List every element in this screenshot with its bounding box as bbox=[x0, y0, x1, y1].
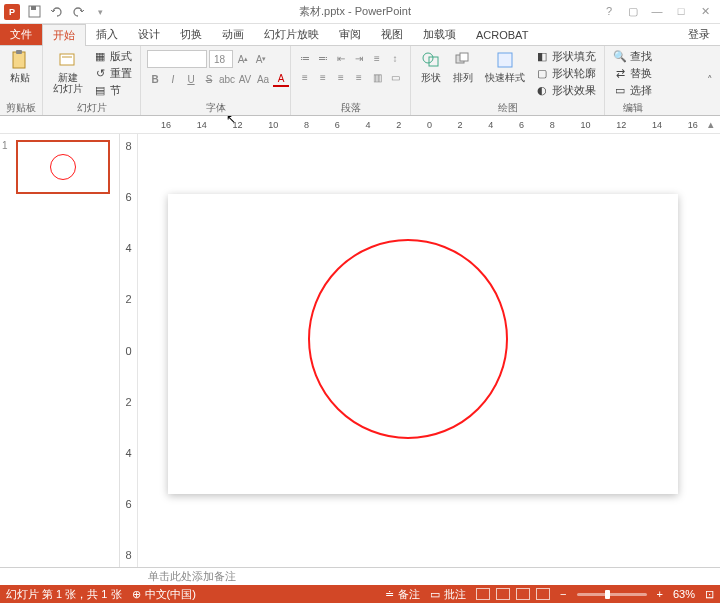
tab-transitions[interactable]: 切换 bbox=[170, 24, 212, 45]
normal-view-icon[interactable] bbox=[476, 588, 490, 600]
notes-pane[interactable]: 单击此处添加备注 bbox=[0, 567, 720, 585]
align-right-icon[interactable]: ≡ bbox=[333, 69, 349, 85]
text-direction-icon[interactable]: ↕ bbox=[387, 50, 403, 66]
tab-review[interactable]: 审阅 bbox=[329, 24, 371, 45]
zoom-out-icon[interactable]: − bbox=[560, 588, 566, 600]
status-comments-toggle[interactable]: ▭批注 bbox=[430, 587, 466, 602]
shapes-button[interactable]: 形状 bbox=[417, 48, 445, 85]
slide-1[interactable] bbox=[168, 194, 678, 494]
new-slide-button[interactable]: 新建 幻灯片 bbox=[49, 48, 87, 96]
arrange-button[interactable]: 排列 bbox=[449, 48, 477, 85]
quick-styles-button[interactable]: 快速样式 bbox=[481, 48, 529, 85]
collapse-ribbon-icon[interactable]: ˄ bbox=[700, 46, 720, 115]
window-controls: ? ▢ — □ ✕ bbox=[602, 5, 720, 18]
notes-placeholder: 单击此处添加备注 bbox=[148, 569, 236, 584]
shape-effects-button[interactable]: ◐形状效果 bbox=[533, 82, 598, 98]
svg-rect-1 bbox=[31, 6, 36, 10]
slideshow-view-icon[interactable] bbox=[536, 588, 550, 600]
bullets-icon[interactable]: ≔ bbox=[297, 50, 313, 66]
effects-icon: ◐ bbox=[535, 83, 549, 97]
font-size-select[interactable]: 18 bbox=[209, 50, 233, 68]
tab-view[interactable]: 视图 bbox=[371, 24, 413, 45]
tab-slideshow[interactable]: 幻灯片放映 bbox=[254, 24, 329, 45]
sorter-view-icon[interactable] bbox=[496, 588, 510, 600]
tab-acrobat[interactable]: ACROBAT bbox=[466, 24, 538, 45]
redo-icon[interactable] bbox=[70, 4, 86, 20]
char-spacing-button[interactable]: AV bbox=[237, 71, 253, 87]
help-icon[interactable]: ? bbox=[602, 5, 616, 18]
strike-button[interactable]: S bbox=[201, 71, 217, 87]
select-button[interactable]: ▭选择 bbox=[611, 82, 654, 98]
find-button[interactable]: 🔍查找 bbox=[611, 48, 654, 64]
tab-animations[interactable]: 动画 bbox=[212, 24, 254, 45]
circle-shape[interactable] bbox=[308, 239, 508, 439]
justify-icon[interactable]: ≡ bbox=[351, 69, 367, 85]
zoom-level[interactable]: 63% bbox=[673, 588, 695, 600]
reading-view-icon[interactable] bbox=[516, 588, 530, 600]
tab-home[interactable]: 开始 bbox=[42, 24, 86, 46]
italic-button[interactable]: I bbox=[165, 71, 181, 87]
outline-icon: ▢ bbox=[535, 66, 549, 80]
group-clipboard-label: 剪贴板 bbox=[6, 101, 36, 115]
qat-more-icon[interactable]: ▾ bbox=[92, 4, 108, 20]
shape-fill-button[interactable]: ◧形状填充 bbox=[533, 48, 598, 64]
underline-button[interactable]: U bbox=[183, 71, 199, 87]
paste-icon bbox=[10, 50, 30, 70]
svg-rect-3 bbox=[16, 50, 22, 54]
bold-button[interactable]: B bbox=[147, 71, 163, 87]
font-color-button[interactable]: A bbox=[273, 71, 289, 87]
minimize-icon[interactable]: — bbox=[650, 5, 664, 18]
shadow-button[interactable]: abc bbox=[219, 71, 235, 87]
line-spacing-icon[interactable]: ≡ bbox=[369, 50, 385, 66]
section-button[interactable]: ▤节 bbox=[91, 82, 134, 98]
change-case-button[interactable]: Aa bbox=[255, 71, 271, 87]
status-notes-toggle[interactable]: ≐备注 bbox=[385, 587, 420, 602]
zoom-in-icon[interactable]: + bbox=[657, 588, 663, 600]
scroll-up-icon[interactable]: ▴ bbox=[704, 118, 718, 132]
maximize-icon[interactable]: □ bbox=[674, 5, 688, 18]
font-family-select[interactable] bbox=[147, 50, 207, 68]
undo-icon[interactable] bbox=[48, 4, 64, 20]
slide-canvas[interactable] bbox=[138, 134, 720, 567]
main-area: 1 864202468 bbox=[0, 134, 720, 567]
shapes-icon bbox=[421, 50, 441, 70]
group-slides-label: 幻灯片 bbox=[49, 101, 134, 115]
align-left-icon[interactable]: ≡ bbox=[297, 69, 313, 85]
group-drawing: 形状 排列 快速样式 ◧形状填充 ▢形状轮廓 ◐形状效果 绘图 bbox=[411, 46, 605, 115]
zoom-slider[interactable] bbox=[577, 593, 647, 596]
tab-file[interactable]: 文件 bbox=[0, 24, 42, 45]
slide-thumbnail-1[interactable] bbox=[16, 140, 110, 194]
editor-area: 864202468 bbox=[120, 134, 720, 567]
login-link[interactable]: 登录 bbox=[678, 24, 720, 45]
decrease-font-icon[interactable]: A▾ bbox=[253, 51, 269, 67]
tab-design[interactable]: 设计 bbox=[128, 24, 170, 45]
replace-button[interactable]: ⇄替换 bbox=[611, 65, 654, 81]
columns-icon[interactable]: ▥ bbox=[369, 69, 385, 85]
smartart-icon[interactable]: ▭ bbox=[387, 69, 403, 85]
fit-to-window-icon[interactable]: ⊡ bbox=[705, 588, 714, 601]
reset-button[interactable]: ↺重置 bbox=[91, 65, 134, 81]
quick-styles-icon bbox=[495, 50, 515, 70]
svg-rect-2 bbox=[13, 52, 25, 68]
close-icon[interactable]: ✕ bbox=[698, 5, 712, 18]
tab-addins[interactable]: 加载项 bbox=[413, 24, 466, 45]
increase-font-icon[interactable]: A▴ bbox=[235, 51, 251, 67]
shape-outline-button[interactable]: ▢形状轮廓 bbox=[533, 65, 598, 81]
numbering-icon[interactable]: ≕ bbox=[315, 50, 331, 66]
layout-button[interactable]: ▦版式 bbox=[91, 48, 134, 64]
tab-insert[interactable]: 插入 bbox=[86, 24, 128, 45]
svg-rect-9 bbox=[460, 53, 468, 61]
indent-left-icon[interactable]: ⇤ bbox=[333, 50, 349, 66]
save-icon[interactable] bbox=[26, 4, 42, 20]
svg-rect-4 bbox=[60, 54, 74, 65]
align-center-icon[interactable]: ≡ bbox=[315, 69, 331, 85]
paste-button[interactable]: 粘贴 bbox=[6, 48, 34, 85]
thumb-number: 1 bbox=[2, 140, 8, 151]
indent-right-icon[interactable]: ⇥ bbox=[351, 50, 367, 66]
svg-rect-7 bbox=[429, 57, 438, 66]
thumbnail-pane[interactable]: 1 bbox=[0, 134, 120, 567]
group-clipboard: 粘贴 剪贴板 bbox=[0, 46, 43, 115]
ribbon-toggle-icon[interactable]: ▢ bbox=[626, 5, 640, 18]
group-paragraph-label: 段落 bbox=[297, 101, 404, 115]
status-language[interactable]: ⊕中文(中国) bbox=[132, 587, 196, 602]
